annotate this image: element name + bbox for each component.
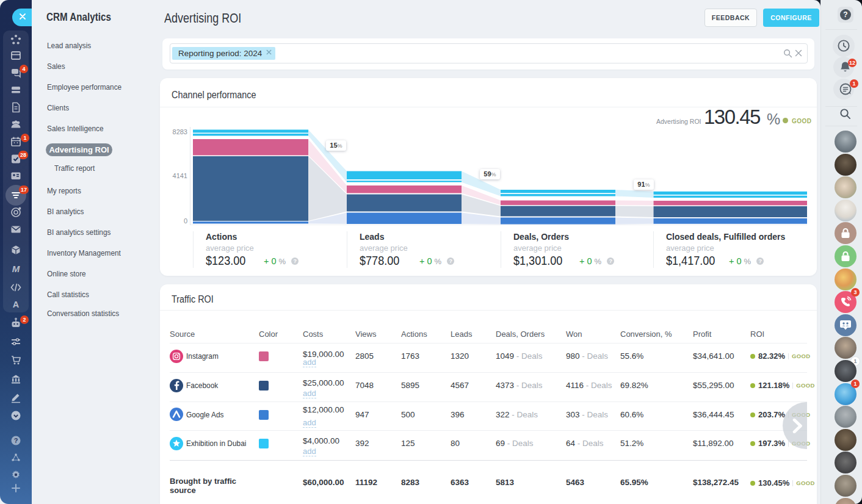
svg-text:M: M (12, 264, 20, 274)
svg-text:?: ? (14, 437, 18, 444)
svg-text:8283: 8283 (173, 128, 187, 135)
svg-text:4141: 4141 (173, 172, 187, 179)
svg-text:0: 0 (184, 217, 187, 225)
svg-text:A: A (13, 300, 20, 309)
